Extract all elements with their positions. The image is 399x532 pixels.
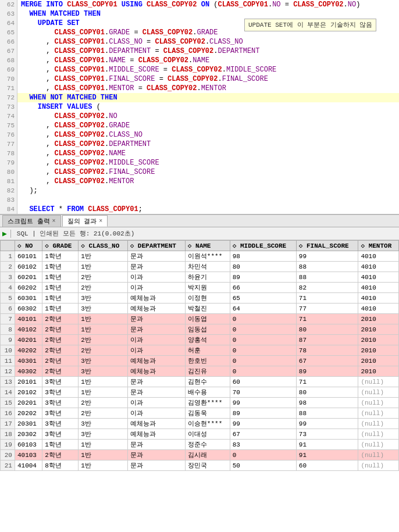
line-code: , CLASS_COPY01.MENTOR = CLASS_COPY02.MEN… — [17, 84, 399, 93]
cell-grade: 1학년 — [42, 262, 79, 272]
col-header-class_no[interactable]: ◇ CLASS_NO — [79, 241, 127, 251]
code-line-67: 67 , CLASS_COPY01.DEPARTMENT = CLASS_COP… — [0, 47, 399, 56]
col-header-name[interactable]: ◇ NAME — [185, 241, 230, 251]
cell-mentor: 2010 — [358, 324, 399, 335]
cell-name: 김동욱 — [185, 408, 230, 419]
cell-no: 40201 — [15, 335, 42, 345]
tab-close-icon[interactable]: × — [52, 218, 56, 224]
code-line-76: 76 , CLASS_COPY02.CLASS_NO — [0, 130, 399, 140]
results-table: ◇ NO◇ GRADE◇ CLASS_NO◇ DEPARTMENT◇ NAME◇… — [0, 240, 399, 471]
line-number: 64 — [0, 19, 17, 28]
cell-mentor: (null) — [358, 440, 399, 450]
cell-dept: 문과 — [127, 387, 185, 398]
line-code: , CLASS_COPY02.NAME — [17, 149, 399, 158]
line-number: 74 — [0, 112, 17, 121]
cell-no: 40103 — [15, 450, 42, 460]
cell-mid-score: 50 — [230, 460, 296, 471]
cell-dept: 이과 — [127, 408, 185, 419]
cell-dept: 이과 — [127, 398, 185, 408]
cell-class-no: 1반 — [79, 314, 127, 324]
col-header-final_score[interactable]: ◇ FINAL_SCORE — [296, 241, 358, 251]
cell-no: 60201 — [15, 272, 42, 283]
cell-dept: 예체능과 — [127, 356, 185, 366]
cell-name: 박지원 — [185, 283, 230, 293]
cell-mid-score: 89 — [230, 408, 296, 419]
cell-mentor: (null) — [358, 398, 399, 408]
col-header-rownum — [1, 241, 15, 251]
row-number: 16 — [1, 408, 15, 419]
cell-mentor: (null) — [358, 460, 399, 471]
cell-class-no: 2반 — [79, 398, 127, 408]
row-number: 14 — [1, 387, 15, 398]
cell-class-no: 3반 — [79, 293, 127, 304]
cell-dept: 예체능과 — [127, 293, 185, 304]
line-number: 80 — [0, 167, 17, 177]
col-header-no[interactable]: ◇ NO — [15, 241, 42, 251]
line-code: SELECT * FROM CLASS_COPY01; — [17, 205, 399, 214]
row-number: 7 — [1, 314, 15, 324]
table-row: 5603011학년3반예체능과이정현65714010 — [1, 293, 399, 304]
cell-mentor: 2010 — [358, 335, 399, 345]
cell-mentor: 4010 — [358, 272, 399, 283]
code-line-81: 81 , CLASS_COPY02.MENTOR — [0, 177, 399, 186]
cell-class-no: 1반 — [79, 450, 127, 460]
cell-name: 정준수 — [185, 440, 230, 450]
cell-name: 이원석**** — [185, 251, 230, 262]
code-line-65: 65 CLASS_COPY01.GRADE = CLASS_COPY02.GRA… — [0, 28, 399, 37]
cell-class-no: 2반 — [79, 272, 127, 283]
cell-class-no: 1반 — [79, 251, 127, 262]
cell-dept: 문과 — [127, 450, 185, 460]
col-header-department[interactable]: ◇ DEPARTMENT — [127, 241, 185, 251]
cell-fin-score: 87 — [296, 335, 358, 345]
cell-name: 박철진 — [185, 304, 230, 314]
code-line-71: 71 , CLASS_COPY01.MENTOR = CLASS_COPY02.… — [0, 84, 399, 93]
line-number: 70 — [0, 74, 17, 84]
table-row: 19601031학년1반문과정준수8391(null) — [1, 440, 399, 450]
tab-스크립트-출력[interactable]: 스크립트 출력 × — [2, 215, 61, 227]
cell-fin-score: 60 — [296, 460, 358, 471]
tab-close-icon[interactable]: × — [99, 218, 102, 224]
code-line-72: 72 WHEN NOT MATCHED THEN — [0, 93, 399, 102]
cell-grade: 2학년 — [42, 366, 79, 377]
cell-dept: 문과 — [127, 460, 185, 471]
row-number: 1 — [1, 251, 15, 262]
line-number: 76 — [0, 130, 17, 140]
line-number: 68 — [0, 56, 17, 65]
tab-bar: 스크립트 출력 ×질의 결과 × — [0, 215, 399, 227]
cell-mentor: 4010 — [358, 304, 399, 314]
cell-mid-score: 99 — [230, 398, 296, 408]
line-number: 62 — [0, 0, 17, 9]
cell-class-no: 3반 — [79, 304, 127, 314]
code-line-69: 69 , CLASS_COPY01.MIDDLE_SCORE = CLASS_C… — [0, 65, 399, 74]
toolbar-run-icon[interactable]: ▶ — [2, 229, 7, 238]
col-header-middle_score[interactable]: ◇ MIDDLE_SCORE — [230, 241, 296, 251]
cell-class-no: 2반 — [79, 283, 127, 293]
table-row: 13201013학년1반문과김현수6071(null) — [1, 377, 399, 387]
cell-fin-score: 88 — [296, 408, 358, 419]
code-line-70: 70 , CLASS_COPY01.FINAL_SCORE = CLASS_CO… — [0, 74, 399, 84]
cell-name: 김시래 — [185, 450, 230, 460]
row-number: 21 — [1, 460, 15, 471]
cell-grade: 1학년 — [42, 304, 79, 314]
cell-class-no: 3반 — [79, 356, 127, 366]
col-header-grade[interactable]: ◇ GRADE — [42, 241, 79, 251]
cell-no: 20101 — [15, 377, 42, 387]
line-number: 75 — [0, 121, 17, 130]
cell-name: 배수용 — [185, 387, 230, 398]
cell-no: 20301 — [15, 419, 42, 429]
cell-mentor: 4010 — [358, 283, 399, 293]
code-line-63: 63 WHEN MATCHED THEN — [0, 9, 399, 19]
line-code: CLASS_COPY01.GRADE = CLASS_COPY02.GRADE — [17, 28, 399, 37]
cell-dept: 문과 — [127, 251, 185, 262]
row-number: 13 — [1, 377, 15, 387]
line-number: 73 — [0, 102, 17, 112]
tab-질의-결과[interactable]: 질의 결과 × — [62, 215, 108, 227]
code-line-73: 73 INSERT VALUES ( — [0, 102, 399, 112]
cell-grade: 2학년 — [42, 356, 79, 366]
table-row: 7401012학년1반문과이동엽0712010 — [1, 314, 399, 324]
col-header-mentor[interactable]: ◇ MENTOR — [358, 241, 399, 251]
cell-no: 41004 — [15, 460, 42, 471]
cell-mid-score: 65 — [230, 293, 296, 304]
line-code: CLASS_COPY02.NO — [17, 112, 399, 121]
table-row: 17203013학년3반예체능과이승현****9999(null) — [1, 419, 399, 429]
